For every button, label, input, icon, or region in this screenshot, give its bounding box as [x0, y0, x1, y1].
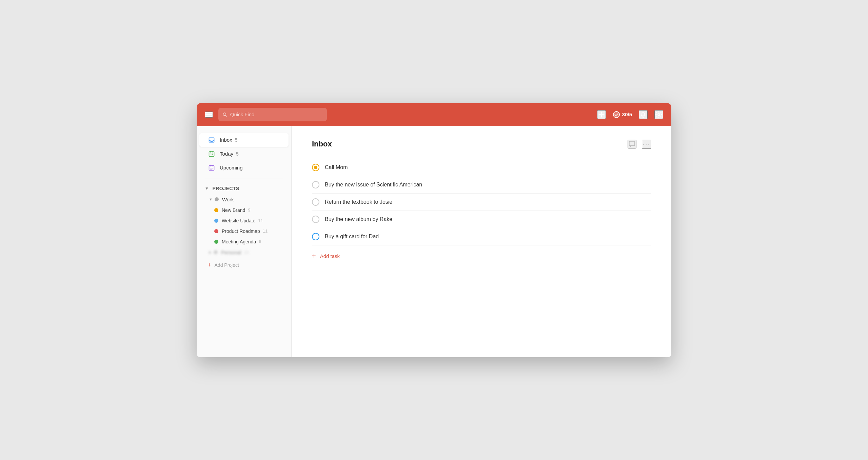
work-group-header[interactable]: ▼ Work	[205, 194, 289, 205]
meeting-agenda-count: 6	[259, 239, 261, 244]
search-input[interactable]	[230, 112, 323, 117]
upcoming-icon	[208, 164, 216, 172]
task-item[interactable]: Call Mom	[312, 159, 651, 176]
search-icon	[222, 112, 228, 117]
svg-line-1	[225, 115, 226, 116]
task-list: Call Mom Buy the new issue of Scientific…	[312, 159, 651, 264]
projects-chevron: ▼	[205, 186, 209, 191]
personal-chevron: ▶	[209, 250, 212, 255]
svg-point-5	[658, 114, 660, 116]
header-actions: 30/5	[597, 110, 663, 119]
karma-badge[interactable]: 30/5	[613, 111, 632, 118]
main-header: Inbox ···	[312, 140, 651, 149]
task-text-5: Buy a gift card for Dad	[325, 234, 651, 240]
settings-button[interactable]	[654, 110, 663, 119]
app-window: 30/5	[197, 103, 671, 357]
add-task-plus-icon: +	[312, 252, 316, 260]
header: 30/5	[197, 103, 671, 126]
task-item[interactable]: Buy a gift card for Dad	[312, 228, 651, 245]
comment-button[interactable]	[628, 140, 636, 148]
main-content: Inbox ··· Call Mom	[292, 126, 671, 357]
menu-button[interactable]	[205, 112, 213, 118]
task-text-3: Return the textbook to Josie	[325, 199, 651, 205]
task-circle-5[interactable]	[312, 233, 319, 240]
task-item[interactable]: Buy the new issue of Scientific American	[312, 176, 651, 194]
task-circle-1[interactable]	[312, 164, 319, 171]
personal-group-header[interactable]: ▶ Personal 28	[205, 247, 289, 258]
product-roadmap-dot	[214, 229, 218, 233]
task-text-2: Buy the new issue of Scientific American	[325, 182, 651, 188]
task-text-1: Call Mom	[325, 164, 651, 171]
bell-icon	[639, 111, 647, 118]
task-text-4: Buy the new album by Rake	[325, 216, 651, 222]
today-count: 5	[236, 151, 239, 157]
comment-icon	[628, 140, 636, 148]
task-circle-4[interactable]	[312, 216, 319, 223]
projects-header[interactable]: ▼ Projects	[197, 183, 291, 194]
task-item[interactable]: Return the textbook to Josie	[312, 194, 651, 211]
inbox-label: Inbox	[220, 137, 232, 143]
website-update-label: Website Update	[222, 218, 255, 223]
personal-dot	[214, 250, 218, 254]
page-title: Inbox	[312, 140, 628, 148]
projects-label: Projects	[212, 186, 239, 191]
work-group: ▼ Work New Brand 9 Website Update 11 Pr	[202, 194, 291, 247]
project-item-meeting-agenda[interactable]: Meeting Agenda 6	[205, 237, 289, 247]
project-item-website-update[interactable]: Website Update 11	[205, 216, 289, 226]
add-task-button[interactable]: + Add task	[312, 248, 651, 264]
add-project-label: Add Project	[215, 262, 239, 268]
new-brand-dot	[214, 208, 218, 212]
project-item-new-brand[interactable]: New Brand 9	[205, 205, 289, 215]
personal-count: 28	[244, 250, 249, 255]
sidebar-item-today[interactable]: 28 Today 5	[199, 147, 289, 161]
svg-text:28: 28	[210, 153, 213, 156]
product-roadmap-count: 11	[263, 228, 268, 234]
product-roadmap-label: Product Roadmap	[222, 228, 260, 234]
personal-group[interactable]: ▶ Personal 28	[202, 247, 291, 258]
sidebar-divider	[205, 179, 283, 179]
add-task-label: Add task	[320, 253, 340, 259]
add-project-button[interactable]: + Add Project	[199, 259, 289, 272]
inbox-count: 5	[235, 137, 238, 143]
main-actions: ···	[628, 140, 651, 149]
inbox-icon	[208, 136, 216, 144]
project-item-product-roadmap[interactable]: Product Roadmap 11	[205, 226, 289, 236]
meeting-agenda-label: Meeting Agenda	[222, 239, 256, 244]
task-circle-3[interactable]	[312, 198, 319, 206]
task-item[interactable]: Buy the new album by Rake	[312, 211, 651, 228]
more-options-button[interactable]: ···	[642, 140, 651, 149]
karma-check-icon	[613, 111, 620, 118]
add-task-button[interactable]	[597, 110, 606, 119]
task-circle-2[interactable]	[312, 181, 319, 188]
work-chevron: ▼	[209, 197, 213, 201]
search-bar[interactable]	[218, 108, 327, 121]
website-update-dot	[214, 219, 218, 223]
add-project-icon: +	[208, 262, 211, 269]
karma-count: 30/5	[622, 112, 632, 117]
today-label: Today	[220, 151, 233, 157]
gear-icon	[655, 111, 663, 118]
new-brand-label: New Brand	[222, 207, 245, 213]
svg-point-4	[613, 111, 619, 117]
upcoming-label: Upcoming	[220, 165, 243, 171]
work-label: Work	[222, 197, 234, 202]
sidebar-item-inbox[interactable]: Inbox 5	[199, 133, 289, 147]
meeting-agenda-dot	[214, 240, 218, 244]
website-update-count: 11	[258, 218, 263, 223]
body: Inbox 5 28 Today 5	[197, 126, 671, 357]
new-brand-count: 9	[248, 207, 250, 213]
notification-button[interactable]	[639, 110, 648, 119]
plus-icon	[598, 111, 605, 118]
sidebar-item-upcoming[interactable]: Upcoming	[199, 161, 289, 175]
sidebar: Inbox 5 28 Today 5	[197, 126, 292, 357]
work-dot	[215, 197, 219, 201]
today-icon: 28	[208, 150, 216, 158]
personal-label: Personal	[221, 249, 241, 255]
